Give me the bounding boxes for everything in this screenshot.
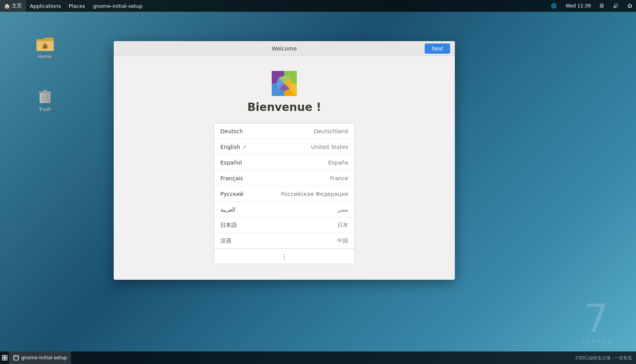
trash-icon: [36, 87, 55, 105]
lang-row-chinese[interactable]: 汉语 中国: [214, 233, 354, 249]
dialog-title: Welcome: [272, 45, 297, 52]
language-list: Deutsch Deutschland English ✓ United Sta…: [214, 123, 355, 264]
lang-row-english[interactable]: English ✓ United States: [214, 139, 354, 155]
lang-region-english: United States: [311, 144, 348, 150]
svg-rect-28: [5, 355, 7, 357]
dialog-titlebar: Welcome Next: [114, 41, 455, 56]
selected-checkmark: ✓: [243, 144, 247, 150]
dialog-content: Bienvenue ! Deutsch Deutschland English …: [114, 56, 455, 280]
svg-rect-30: [5, 358, 7, 360]
lang-region-espanol: España: [328, 159, 348, 166]
lang-name-arabic: العربية: [220, 206, 235, 213]
panel-volume-icon[interactable]: 🔊: [609, 0, 623, 12]
panel-left: 🏠 主页 Applications Places gnome-initial-s…: [0, 0, 147, 12]
lang-row-arabic[interactable]: العربية مصر: [214, 202, 354, 217]
lang-name-chinese: 汉语: [220, 237, 231, 244]
panel-right: 🌐 Wed 11:39 ⛓ 🔊 ⏻: [547, 0, 636, 12]
lang-region-russian: Российская Федерация: [281, 191, 348, 197]
next-button[interactable]: Next: [425, 43, 450, 54]
home-icon-label: Home: [38, 54, 52, 60]
lang-region-francais: France: [330, 175, 348, 181]
lang-region-japanese: 日本: [337, 222, 348, 229]
lang-name-japanese: 日本語: [220, 222, 237, 229]
panel-power-icon[interactable]: ⏻: [623, 0, 636, 12]
taskbar-right-text: CSD囗@欣生云海，一念初见: [576, 355, 636, 361]
more-languages-button[interactable]: ⋮: [214, 249, 354, 264]
lang-name-russian: Русский: [220, 191, 243, 197]
lang-name-deutsch: Deutsch: [220, 128, 243, 134]
lang-row-deutsch[interactable]: Deutsch Deutschland: [214, 123, 354, 139]
panel-applications[interactable]: Applications: [26, 0, 65, 12]
taskbar-item-gnome-setup[interactable]: gnome-initial-setup: [9, 351, 71, 364]
desktop-icon-trash[interactable]: Trash: [29, 84, 61, 115]
svg-rect-7: [43, 90, 47, 92]
top-panel: 🏠 主页 Applications Places gnome-initial-s…: [0, 0, 636, 12]
panel-places[interactable]: Places: [65, 0, 89, 12]
lang-name-francais: Français: [220, 175, 243, 181]
show-desktop-button[interactable]: [0, 351, 9, 364]
trash-icon-label: Trash: [39, 107, 51, 112]
lang-row-espanol[interactable]: Español España: [214, 155, 354, 170]
lang-region-arabic: مصر: [338, 206, 348, 213]
home-folder-icon: [36, 34, 55, 53]
panel-clock[interactable]: Wed 11:39: [561, 0, 595, 12]
svg-rect-29: [2, 358, 4, 360]
home-icon: 🏠: [4, 3, 10, 9]
svg-rect-31: [14, 355, 18, 360]
lang-name-english: English ✓: [220, 144, 247, 150]
welcome-dialog: Welcome Next: [114, 41, 455, 280]
svg-rect-27: [2, 355, 4, 357]
centos-watermark: 7 CENTOS: [582, 299, 612, 344]
desktop: 🏠 主页 Applications Places gnome-initial-s…: [0, 0, 636, 364]
panel-network-status[interactable]: ⛓: [596, 0, 608, 12]
panel-network-icon[interactable]: 🌐: [547, 0, 561, 12]
desktop-icon-home[interactable]: Home: [29, 31, 61, 62]
lang-row-francais[interactable]: Français France: [214, 170, 354, 186]
lang-name-espanol: Español: [220, 159, 242, 166]
welcome-title: Bienvenue !: [247, 101, 321, 114]
taskbar: gnome-initial-setup CSD囗@欣生云海，一念初见: [0, 351, 636, 364]
lang-row-russian[interactable]: Русский Российская Федерация: [214, 186, 354, 202]
lang-region-deutsch: Deutschland: [314, 128, 348, 134]
svg-rect-3: [44, 47, 46, 49]
centos-logo: [269, 68, 300, 101]
panel-home[interactable]: 🏠 主页: [0, 0, 26, 12]
lang-region-chinese: 中国: [337, 237, 348, 244]
panel-gnome-initial-setup[interactable]: gnome-initial-setup: [89, 0, 147, 12]
lang-row-japanese[interactable]: 日本語 日本: [214, 217, 354, 233]
